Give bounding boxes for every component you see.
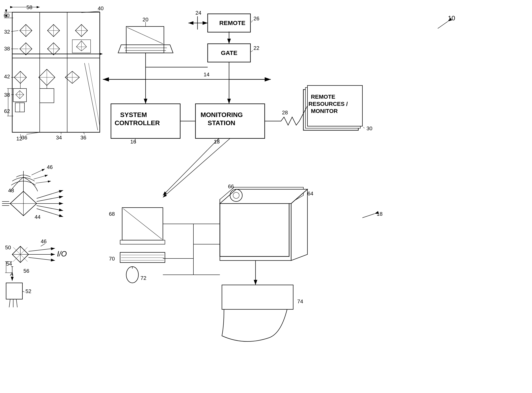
ref-74: 74 (297, 298, 303, 305)
monitoring-label1: MONITORING (201, 111, 243, 118)
svg-line-135 (16, 299, 17, 307)
ref-40: 40 (98, 5, 104, 11)
ref-46-bot: 46 (41, 238, 47, 244)
ref-38-bot: 38 (4, 92, 10, 98)
svg-line-11 (20, 30, 26, 37)
svg-line-139 (123, 209, 162, 239)
remote-resources-label2: RESOURCES / (308, 101, 348, 107)
svg-line-150 (362, 214, 375, 218)
ref-66: 66 (228, 183, 234, 189)
svg-line-116 (34, 175, 48, 179)
svg-rect-154 (220, 204, 291, 260)
ref-14: 14 (204, 71, 210, 78)
svg-rect-152 (220, 199, 289, 256)
ref-56: 56 (23, 268, 29, 274)
diagram-container: 12 60 58 40 32 38 42 38 62 36 34 36 20 (0, 0, 532, 393)
ref-72: 72 (140, 275, 146, 281)
ref-20: 20 (143, 16, 148, 23)
svg-line-50 (84, 63, 98, 130)
svg-line-136 (22, 291, 25, 292)
system-controller-label: SYSTEM (120, 111, 147, 118)
system-controller-label2: CONTROLLER (115, 119, 160, 127)
ref-36-right: 36 (80, 134, 86, 141)
ref-42: 42 (4, 74, 10, 80)
svg-rect-140 (120, 252, 165, 263)
ref-70: 70 (109, 256, 115, 262)
ref-26: 26 (253, 15, 259, 22)
svg-line-151 (163, 138, 230, 197)
svg-line-73 (127, 27, 163, 44)
svg-line-8 (20, 25, 26, 30)
svg-rect-162 (222, 285, 293, 309)
ref-50: 50 (5, 244, 11, 251)
ref-28: 28 (282, 109, 288, 116)
ref-38-top: 38 (4, 46, 10, 52)
remote-resources-label1: REMOTE (311, 94, 335, 100)
svg-point-144 (126, 267, 138, 283)
svg-line-102 (438, 21, 448, 29)
remote-label: REMOTE (219, 20, 245, 26)
ref-32: 32 (4, 29, 10, 35)
svg-rect-132 (6, 283, 22, 299)
svg-line-9 (26, 25, 32, 30)
ref-30: 30 (366, 125, 372, 132)
ref-34: 34 (56, 134, 62, 141)
ref-36-left: 36 (21, 134, 27, 141)
svg-line-133 (9, 299, 10, 307)
svg-marker-31 (100, 53, 103, 55)
ref-60: 60 (4, 12, 10, 19)
ref-64: 64 (307, 191, 313, 196)
svg-line-164 (163, 138, 219, 195)
ref-68: 68 (109, 211, 115, 217)
svg-line-123 (29, 248, 55, 251)
ref-10: 10 (448, 15, 455, 22)
ref-58: 58 (26, 4, 32, 10)
svg-line-117 (36, 181, 51, 183)
monitoring-label2: STATION (208, 119, 235, 127)
svg-line-76 (251, 20, 252, 22)
svg-line-51 (89, 63, 100, 126)
svg-line-101 (363, 127, 365, 128)
ref-18-detail: 18 (377, 211, 383, 217)
remote-resources-label3: MONITOR (311, 108, 338, 114)
svg-rect-138 (120, 240, 165, 244)
ref-46-top: 46 (47, 164, 53, 170)
svg-line-115 (32, 169, 45, 175)
ref-52: 52 (25, 288, 31, 294)
svg-line-125 (29, 257, 55, 260)
svg-rect-68 (126, 26, 164, 53)
ref-44: 44 (34, 214, 40, 220)
ref-62: 62 (4, 108, 10, 114)
ref-48: 48 (8, 187, 14, 194)
svg-line-78 (251, 50, 253, 52)
ref-24: 24 (195, 10, 201, 16)
ref-22: 22 (253, 45, 259, 51)
svg-rect-3 (12, 12, 100, 132)
svg-rect-43 (40, 88, 54, 103)
a-label: A (10, 271, 13, 277)
io-label: I/O (57, 250, 67, 258)
svg-line-10 (26, 30, 32, 37)
gate-label: GATE (221, 49, 237, 56)
